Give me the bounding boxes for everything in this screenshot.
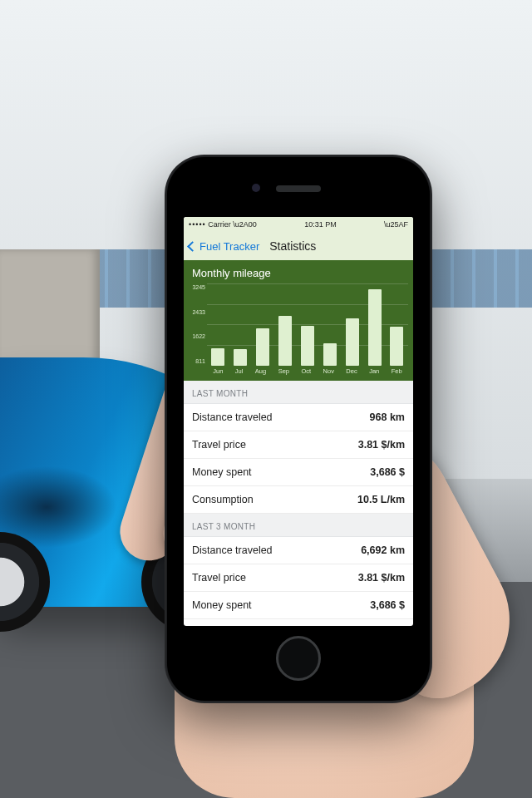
stat-label: Distance traveled (192, 544, 273, 556)
y-tick: 2433 (185, 309, 205, 315)
x-tick: Oct (301, 367, 311, 379)
bar[interactable] (368, 289, 382, 366)
page-title: Statistics (269, 239, 316, 253)
promo-scene: ••••• Carrier \u2A00 10:31 PM \u25AF Fue… (0, 0, 532, 798)
bar[interactable] (234, 349, 247, 366)
stat-label: Travel price (192, 439, 246, 451)
y-tick: 1622 (185, 333, 205, 339)
stat-row[interactable]: Money spent3,686 $ (184, 459, 413, 486)
bar[interactable] (256, 328, 269, 366)
x-axis-labels: JunJulAugSepOctNovDecJanFeb (207, 367, 408, 379)
status-bar: ••••• Carrier \u2A00 10:31 PM \u25AF (184, 217, 413, 232)
y-tick: 811 (185, 358, 205, 364)
x-tick: Jan (369, 367, 379, 379)
stat-row[interactable]: Money spent3,686 $ (184, 592, 413, 619)
stats-sections: LAST MONTHDistance traveled968 kmTravel … (184, 381, 413, 619)
phone-camera-icon (252, 184, 260, 192)
app-screen: ••••• Carrier \u2A00 10:31 PM \u25AF Fue… (184, 217, 413, 626)
back-label: Fuel Tracker (200, 240, 259, 253)
stat-label: Distance traveled (192, 411, 273, 423)
stat-label: Travel price (192, 572, 246, 584)
x-tick: Nov (323, 367, 334, 379)
chart-title: Monthly mileage (184, 260, 413, 283)
stat-value: 3.81 $/km (358, 572, 405, 584)
signal-strength: ••••• Carrier \u2A00 (189, 220, 257, 229)
monthly-mileage-chart: Monthly mileage 324524331622811 JunJulAu… (184, 260, 413, 381)
bar[interactable] (390, 327, 403, 366)
bar[interactable] (346, 318, 359, 366)
stat-row[interactable]: Travel price3.81 $/km (184, 431, 413, 459)
bar[interactable] (278, 316, 292, 366)
battery-icon: \u25AF (384, 220, 408, 229)
y-axis-labels: 324524331622811 (185, 283, 205, 366)
stat-value: 3,686 $ (370, 599, 405, 611)
chevron-left-icon (187, 241, 198, 252)
stat-row[interactable]: Distance traveled6,692 km (184, 537, 413, 564)
bar[interactable] (211, 348, 224, 366)
stat-label: Money spent (192, 466, 252, 478)
stat-row[interactable]: Consumption10.5 L/km (184, 486, 413, 514)
stat-row[interactable]: Distance traveled968 km (184, 404, 413, 431)
stat-value: 10.5 L/km (357, 494, 405, 505)
section-header: LAST MONTH (184, 381, 413, 404)
wifi-icon: \u2A00 (233, 220, 257, 229)
bar[interactable] (301, 326, 314, 366)
stat-label: Money spent (192, 599, 252, 611)
chart-bars (207, 284, 408, 366)
x-tick: Dec (346, 367, 357, 379)
clock: 10:31 PM (304, 220, 337, 229)
stat-value: 3.81 $/km (358, 439, 405, 451)
y-tick: 3245 (185, 284, 205, 290)
home-button[interactable] (276, 636, 321, 681)
stat-value: 968 km (370, 411, 405, 423)
stat-value: 3,686 $ (370, 466, 405, 478)
back-button[interactable]: Fuel Tracker (189, 240, 259, 253)
x-tick: Feb (392, 367, 402, 379)
x-tick: Jun (213, 367, 223, 379)
x-tick: Jul (235, 367, 244, 379)
stat-row[interactable]: Travel price3.81 $/km (184, 564, 413, 592)
phone-frame: ••••• Carrier \u2A00 10:31 PM \u25AF Fue… (165, 155, 432, 703)
stat-value: 6,692 km (361, 544, 405, 556)
bar[interactable] (323, 343, 337, 366)
stat-label: Consumption (192, 494, 254, 505)
phone-speaker-icon (276, 185, 321, 192)
section-header: LAST 3 MONTH (184, 514, 413, 537)
navigation-bar: Fuel Tracker Statistics (184, 232, 413, 260)
x-tick: Sep (278, 367, 289, 379)
x-tick: Aug (255, 367, 266, 379)
